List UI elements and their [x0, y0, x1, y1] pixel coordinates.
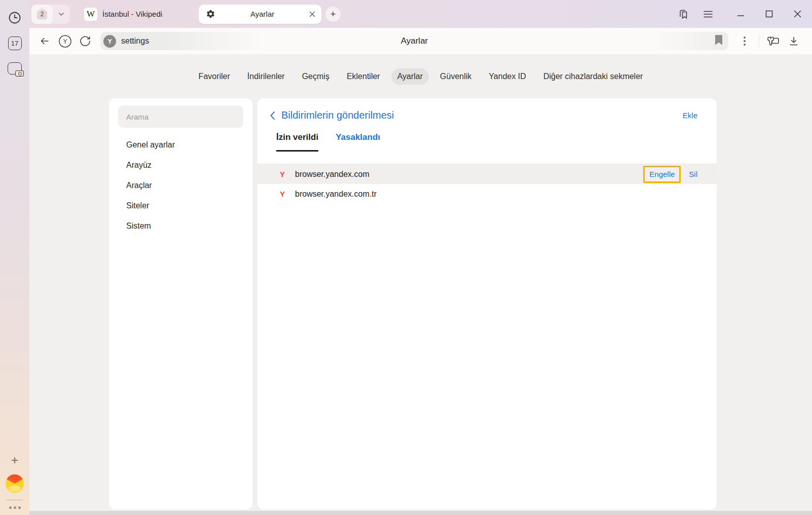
tab-title: Ayarlar [220, 10, 304, 18]
passwords-button[interactable] [764, 32, 783, 50]
nav-gecmis[interactable]: Geçmiş [296, 68, 336, 85]
left-rail: 17 + [0, 0, 29, 515]
reload-button[interactable] [76, 32, 94, 50]
yandex-mail-button[interactable] [6, 474, 24, 493]
minimize-icon [737, 10, 745, 18]
window-bottom-edge [29, 511, 812, 515]
history-button[interactable] [6, 9, 23, 26]
nav-yandex-id[interactable]: Yandex ID [483, 68, 532, 85]
rail-add-button[interactable]: + [11, 454, 18, 466]
key-card-icon [767, 35, 780, 47]
settings-nav: Favoriler İndirilenler Geçmiş Eklentiler… [29, 68, 812, 85]
screenshot-icon [8, 62, 22, 75]
close-icon [794, 10, 801, 18]
tab-yasaklandi[interactable]: Yasaklandı [336, 132, 380, 152]
clock-icon [8, 11, 22, 25]
menu-siteler[interactable]: Siteler [118, 196, 243, 216]
gear-icon [206, 9, 215, 19]
menu-araclar[interactable]: Araçlar [118, 175, 243, 196]
close-tab-button[interactable] [309, 11, 315, 17]
back-arrow-icon [40, 36, 50, 46]
rail-divider [7, 500, 23, 500]
permission-tabs: İzin verildi Yasaklandı [257, 121, 717, 152]
calendar-day-icon: 17 [8, 36, 22, 50]
kebab-icon [744, 36, 746, 46]
rail-more-button[interactable] [9, 506, 21, 509]
more-actions-button[interactable] [735, 32, 754, 50]
hamburger-icon [703, 10, 713, 18]
address-bar[interactable]: Y settings Ayarlar [100, 32, 728, 50]
minimize-button[interactable] [734, 8, 747, 21]
back-button[interactable] [35, 32, 54, 50]
svg-text:Y: Y [63, 38, 67, 45]
nav-indirilenler[interactable]: İndirilenler [241, 68, 291, 85]
nav-diger-cihazlar[interactable]: Diğer cihazlardaki sekmeler [537, 68, 649, 85]
close-icon [309, 11, 315, 17]
nav-eklentiler[interactable]: Eklentiler [341, 68, 386, 85]
yandex-favicon: Y [280, 190, 288, 198]
tab-istanbul-vikipedi[interactable]: W İstanbul - Vikipedi [77, 5, 169, 24]
wikipedia-favicon: W [84, 8, 97, 21]
toolbar-separator [759, 35, 759, 47]
tab-strip: 2 W İstanbul - Vikipedi Ayarlar + [29, 0, 812, 28]
tab-count-control[interactable]: 2 [31, 5, 70, 24]
panel-title: Bildirimlerin gönderilmesi [281, 109, 394, 121]
add-site-button[interactable]: Ekle [683, 111, 697, 120]
search-input[interactable] [118, 105, 243, 128]
yandex-circle-icon: Y [58, 34, 72, 48]
tab-ayarlar[interactable]: Ayarlar [199, 5, 321, 24]
mail-icon [9, 486, 21, 492]
bookmark-icon [714, 34, 723, 46]
menu-sistem[interactable]: Sistem [118, 216, 243, 236]
menu-arayuz[interactable]: Arayüz [118, 155, 243, 175]
site-domain: browser.yandex.com.tr [295, 190, 377, 199]
url-text: settings [121, 36, 149, 46]
block-button[interactable]: Engelle [649, 170, 675, 178]
new-tab-button[interactable]: + [325, 7, 341, 22]
page-title: Ayarlar [100, 36, 728, 46]
engelle-highlight-frame: Engelle [643, 166, 681, 183]
nav-favoriler[interactable]: Favoriler [193, 68, 236, 85]
download-icon [789, 36, 799, 46]
side-panel-button[interactable] [677, 8, 690, 21]
site-badge-icon: Y [103, 35, 116, 48]
tab-count-badge: 2 [31, 5, 53, 24]
settings-sidebar-panel: Genel ayarlar Arayüz Araçlar Siteler Sis… [109, 98, 252, 509]
tab-title: İstanbul - Vikipedi [102, 10, 162, 18]
chevron-down-icon[interactable] [53, 11, 70, 18]
site-domain: browser.yandex.com [295, 170, 370, 179]
yandex-home-button[interactable]: Y [56, 32, 74, 50]
toolbar: Y Y settings Ayarlar [29, 28, 812, 54]
nav-ayarlar[interactable]: Ayarlar [391, 68, 429, 85]
close-window-button[interactable] [791, 8, 804, 21]
site-row-browser-yandex-com-tr[interactable]: Y browser.yandex.com.tr [257, 184, 717, 204]
downloads-button[interactable] [785, 32, 803, 50]
screenshot-button[interactable] [6, 60, 23, 77]
bookmark-panel-icon [678, 8, 690, 20]
notifications-panel: Bildirimlerin gönderilmesi Ekle İzin ver… [257, 98, 717, 509]
tab-izin-verildi[interactable]: İzin verildi [276, 132, 318, 152]
site-row-browser-yandex-com[interactable]: Y browser.yandex.com Engelle Sil [257, 164, 717, 184]
calendar-button[interactable]: 17 [6, 34, 23, 52]
reload-icon [80, 35, 91, 47]
bookmark-button[interactable] [714, 34, 723, 46]
yandex-favicon: Y [280, 170, 288, 178]
back-to-sites-button[interactable] [270, 111, 275, 120]
settings-page: Favoriler İndirilenler Geçmiş Eklentiler… [29, 54, 812, 511]
maximize-button[interactable] [762, 8, 776, 21]
browser-window: 17 + 2 [0, 0, 812, 515]
menu-genel-ayarlar[interactable]: Genel ayarlar [118, 135, 243, 155]
delete-button[interactable]: Sil [689, 170, 697, 178]
nav-guvenlik[interactable]: Güvenlik [434, 68, 477, 85]
maximize-icon [765, 10, 773, 18]
chevron-left-icon [270, 111, 275, 120]
menu-button[interactable] [702, 8, 715, 21]
settings-menu: Genel ayarlar Arayüz Araçlar Siteler Sis… [118, 135, 243, 236]
